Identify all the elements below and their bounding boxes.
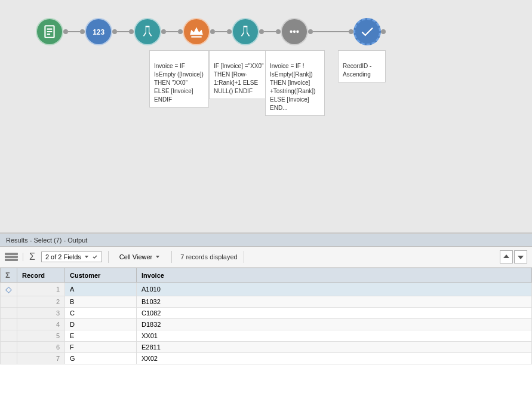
row-icon-cell: ◇ (1, 283, 17, 296)
view-toggle-rows-2 (5, 256, 18, 258)
table-header-row: Σ Record Customer Invoice (1, 268, 532, 283)
fields-dropdown-check-icon (92, 254, 98, 260)
data-table: Σ Record Customer Invoice ◇1AA10102BB103… (0, 268, 532, 364)
row-customer-cell: G (65, 353, 137, 364)
table-row[interactable]: 4DD1832 (1, 319, 532, 330)
node-formula-3[interactable] (232, 18, 259, 45)
row-num-cell: 6 (17, 342, 65, 353)
node-multirow[interactable] (183, 18, 210, 45)
row-icon-cell (1, 319, 17, 330)
col-header-record[interactable]: Record (17, 268, 65, 283)
results-tab-label: Results - Select (7) - Output (6, 237, 87, 244)
view-toggle-rows-3 (5, 259, 18, 261)
table-row[interactable]: 5EXX01 (1, 330, 532, 342)
row-num-cell: 7 (17, 353, 65, 364)
row-invoice-cell: E2811 (137, 342, 532, 353)
node-select[interactable] (353, 18, 381, 45)
row-icon-cell (1, 342, 17, 353)
bottom-panel: Results - Select (7) - Output Σ 2 of 2 F… (0, 233, 532, 414)
col-header-icon: Σ (1, 268, 17, 283)
toolbar-divider-2 (171, 251, 172, 263)
col-header-invoice[interactable]: Invoice (137, 268, 532, 283)
row-invoice-cell: XX02 (137, 353, 532, 364)
view-btn-3[interactable] (5, 259, 18, 261)
connector-3 (161, 29, 183, 34)
connector-1 (63, 29, 85, 34)
node-formula-1-circle[interactable]: 123 (85, 18, 112, 45)
tooltip-sort: RecordID - Ascending (338, 50, 386, 82)
header-sigma-icon: Σ (5, 271, 10, 280)
node-formula-1[interactable]: 123 (85, 18, 112, 45)
row-customer-cell: E (65, 330, 137, 342)
table-row[interactable]: 3CC1082 (1, 308, 532, 319)
table-row[interactable]: ◇1AA1010 (1, 283, 532, 296)
view-toggle-rows (5, 253, 18, 255)
table-row[interactable]: 2BB1032 (1, 296, 532, 308)
node-formula-2-circle[interactable] (134, 18, 161, 45)
node-input-circle[interactable] (36, 18, 63, 45)
connector-6 (308, 29, 353, 34)
nav-up-button[interactable] (500, 250, 513, 263)
row-num-cell: 2 (17, 296, 65, 308)
row-invoice-cell: XX01 (137, 330, 532, 342)
data-table-container: Σ Record Customer Invoice ◇1AA10102BB103… (0, 268, 532, 414)
toolbar: Σ 2 of 2 Fields Cell Viewer 7 records di… (0, 247, 532, 268)
row-customer-cell: F (65, 342, 137, 353)
node-sort[interactable] (281, 18, 308, 45)
node-input[interactable] (36, 18, 63, 45)
svg-rect-1 (146, 26, 150, 27)
svg-point-5 (296, 30, 299, 33)
results-tab: Results - Select (7) - Output (0, 234, 532, 247)
fields-dropdown-chevron-icon (84, 254, 90, 260)
table-row[interactable]: 7GXX02 (1, 353, 532, 364)
row-invoice-cell: A1010 (137, 283, 532, 296)
toolbar-divider-1 (108, 251, 109, 263)
sigma-button[interactable]: Σ (29, 252, 35, 262)
svg-marker-8 (503, 254, 509, 258)
row-customer-cell: D (65, 319, 137, 330)
svg-marker-6 (85, 256, 88, 258)
row-num-cell: 1 (17, 283, 65, 296)
view-btn-2[interactable] (5, 256, 18, 258)
svg-rect-2 (244, 26, 248, 27)
connector-4 (210, 29, 232, 34)
row-customer-cell: B (65, 296, 137, 308)
table-body: ◇1AA10102BB10323CC10824DD18325EXX016FE28… (1, 283, 532, 364)
table-row[interactable]: 6FE2811 (1, 342, 532, 353)
svg-point-4 (293, 30, 296, 33)
fields-dropdown-label: 2 of 2 Fields (45, 253, 81, 260)
row-invoice-cell: B1032 (137, 296, 532, 308)
selected-row-icon: ◇ (5, 284, 12, 294)
row-invoice-cell: D1832 (137, 319, 532, 330)
toolbar-divider-3 (244, 251, 244, 263)
node-formula-2[interactable] (134, 18, 161, 45)
row-customer-cell: C (65, 308, 137, 319)
tooltip-formula-3: Invoice = IF ! IsEmpty([Rank]) THEN [Inv… (265, 50, 325, 116)
svg-marker-7 (156, 256, 159, 258)
col-header-customer[interactable]: Customer (65, 268, 137, 283)
row-icon-cell (1, 296, 17, 308)
tooltip-formula-1: Invoice = IF IsEmpty ([Invoice]) THEN "X… (149, 50, 209, 108)
view-toggle-group[interactable] (5, 253, 23, 261)
canvas-area: 123 (0, 0, 532, 233)
svg-point-3 (290, 30, 292, 33)
svg-marker-9 (518, 256, 524, 259)
viewer-dropdown-label: Cell Viewer (119, 253, 152, 260)
node-sort-circle[interactable] (281, 18, 308, 45)
view-btn-1[interactable] (5, 253, 18, 255)
row-icon-cell (1, 308, 17, 319)
row-invoice-cell: C1082 (137, 308, 532, 319)
row-num-cell: 4 (17, 319, 65, 330)
fields-dropdown[interactable]: 2 of 2 Fields (41, 252, 102, 262)
nav-buttons (500, 250, 527, 263)
node-multirow-circle[interactable] (183, 18, 210, 45)
nav-down-icon (517, 253, 524, 260)
node-select-circle[interactable] (353, 18, 381, 45)
cell-viewer-dropdown[interactable]: Cell Viewer (115, 252, 165, 262)
node-formula-3-circle[interactable] (232, 18, 259, 45)
connector-7 (381, 29, 386, 34)
row-num-cell: 5 (17, 330, 65, 342)
records-count: 7 records displayed (180, 253, 237, 260)
pipeline: 123 (36, 18, 386, 45)
nav-down-button[interactable] (514, 250, 527, 263)
